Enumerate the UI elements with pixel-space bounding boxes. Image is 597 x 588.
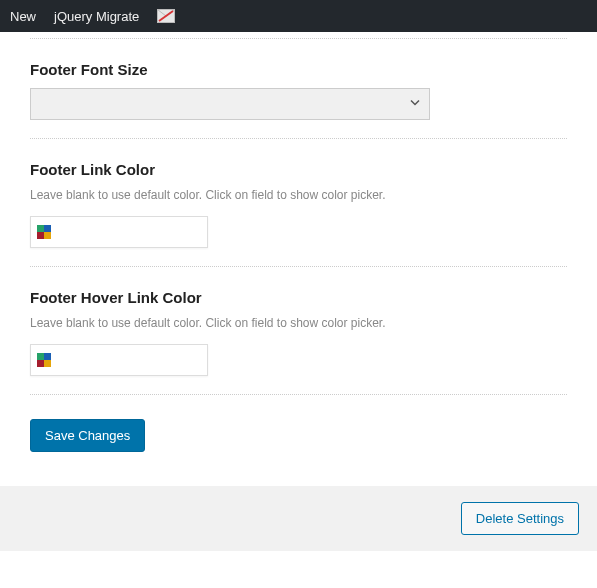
color-picker-icon xyxy=(37,353,51,367)
color-picker-icon xyxy=(37,225,51,239)
footer-link-color-input[interactable] xyxy=(30,216,208,248)
footer-font-size-title: Footer Font Size xyxy=(30,61,567,78)
adminbar-jquery-migrate-link[interactable]: jQuery Migrate xyxy=(54,9,139,24)
footer-hover-link-color-desc: Leave blank to use default color. Click … xyxy=(30,316,567,330)
settings-content: Footer Font Size Footer Link Color Leave… xyxy=(0,38,597,486)
footer-font-size-section: Footer Font Size xyxy=(30,38,567,139)
footer-link-color-section: Footer Link Color Leave blank to use def… xyxy=(30,138,567,267)
save-row: Save Changes xyxy=(30,395,567,466)
footer-font-size-select[interactable] xyxy=(30,88,430,120)
adminbar-new-link[interactable]: New xyxy=(10,9,36,24)
footer-actions: Delete Settings xyxy=(0,486,597,551)
footer-hover-link-color-title: Footer Hover Link Color xyxy=(30,289,567,306)
footer-link-color-title: Footer Link Color xyxy=(30,161,567,178)
footer-link-color-desc: Leave blank to use default color. Click … xyxy=(30,188,567,202)
delete-settings-button[interactable]: Delete Settings xyxy=(461,502,579,535)
mail-icon[interactable] xyxy=(157,9,175,23)
chevron-down-icon xyxy=(409,97,421,112)
admin-bar: New jQuery Migrate xyxy=(0,0,597,32)
footer-hover-link-color-input[interactable] xyxy=(30,344,208,376)
footer-hover-link-color-section: Footer Hover Link Color Leave blank to u… xyxy=(30,266,567,395)
save-changes-button[interactable]: Save Changes xyxy=(30,419,145,452)
